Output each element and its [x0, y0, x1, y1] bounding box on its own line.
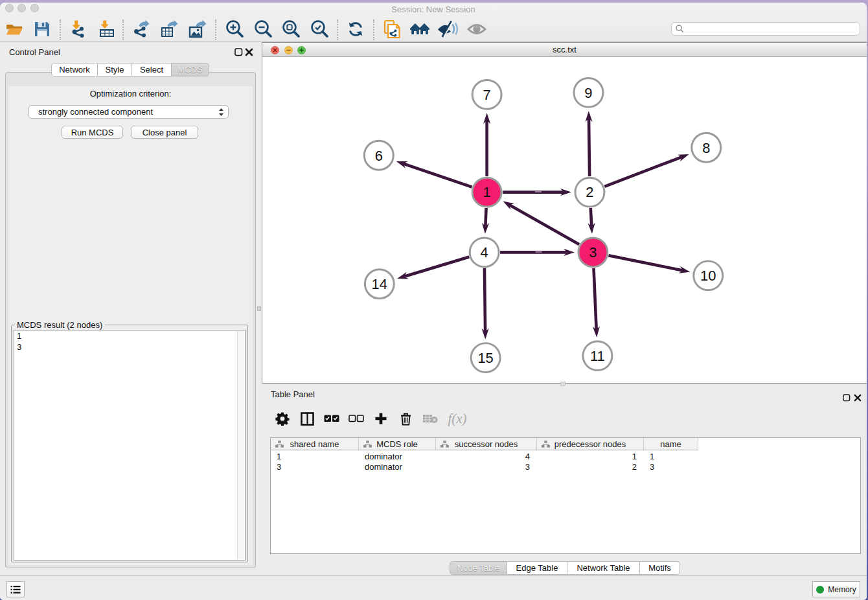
column-header-predecessor-nodes[interactable]: predecessor nodes	[537, 438, 644, 450]
export-table-button[interactable]	[158, 18, 180, 40]
export-table-icon	[159, 19, 179, 39]
fit-content-button[interactable]	[280, 18, 302, 40]
export-network-button[interactable]	[130, 18, 152, 40]
zoom-out-button[interactable]	[252, 18, 274, 40]
network-canvas[interactable]: 1234678910111415	[262, 57, 867, 383]
column-header-shared-name[interactable]: shared name	[271, 438, 359, 450]
graph-edge-4-3[interactable]	[500, 249, 575, 256]
refresh-button[interactable]	[345, 18, 367, 40]
splitter-grip[interactable]	[257, 306, 261, 311]
import-network-button[interactable]	[68, 18, 90, 40]
graph-node-8[interactable]: 8	[692, 133, 721, 162]
export-image-icon	[188, 19, 207, 39]
graph-edge-2-3[interactable]	[588, 208, 595, 234]
result-item[interactable]: 1	[14, 330, 245, 341]
memory-button[interactable]: Memory	[812, 581, 860, 597]
graph-edge-1-4[interactable]	[482, 208, 489, 234]
graph-node-3[interactable]: 3	[578, 238, 608, 267]
vertical-splitter[interactable]	[257, 42, 262, 575]
graph-edge-1-2[interactable]	[503, 189, 571, 196]
network-window-titlebar[interactable]: scc.txt	[262, 43, 867, 57]
table-cell[interactable]: 1	[271, 452, 359, 462]
import-table-button[interactable]	[96, 18, 118, 40]
table-cell[interactable]: 1	[644, 452, 698, 462]
delete-row-button[interactable]	[393, 410, 418, 428]
hide-selected-button[interactable]	[437, 18, 459, 40]
result-scrollbar[interactable]	[237, 331, 244, 559]
tab-node-table[interactable]: Node Table	[450, 561, 507, 575]
table-close-button[interactable]	[854, 394, 862, 402]
graph-node-11[interactable]: 11	[583, 341, 612, 371]
table-float-button[interactable]	[843, 394, 851, 402]
table-row-3[interactable]: 3dominator323	[271, 462, 698, 472]
graph-edge-1-6[interactable]	[396, 161, 472, 187]
column-label: MCDS role	[376, 439, 418, 449]
graph-node-1[interactable]: 1	[472, 178, 501, 207]
table-cell[interactable]: 3	[644, 462, 698, 472]
table-cell[interactable]: 3	[271, 462, 359, 472]
graph-edge-2-8[interactable]	[604, 154, 689, 187]
graph-edge-3-10[interactable]	[608, 255, 690, 273]
task-history-button[interactable]	[6, 581, 25, 597]
float-panel-button[interactable]	[234, 48, 243, 56]
unselect-all-button[interactable]	[344, 410, 369, 428]
close-panel-button[interactable]	[245, 48, 253, 56]
main-toolbar	[0, 18, 867, 42]
graph-edge-3-1[interactable]	[503, 202, 579, 245]
horizontal-splitter-grip[interactable]	[560, 382, 565, 386]
tab-motifs[interactable]: Motifs	[640, 561, 680, 575]
table-cell[interactable]: dominator	[359, 452, 436, 462]
tab-network[interactable]: Network	[51, 63, 98, 76]
export-image-button[interactable]	[187, 18, 209, 40]
close-panel-action-button[interactable]: Close panel	[131, 126, 198, 139]
tab-style[interactable]: Style	[98, 63, 132, 76]
table-panel: Table Panel	[262, 386, 867, 575]
table-cell[interactable]: 1	[537, 452, 644, 462]
open-session-button[interactable]	[3, 18, 25, 40]
result-item[interactable]: 3	[14, 341, 245, 352]
toolbar-separator	[373, 19, 374, 40]
optimization-criterion-select[interactable]: strongly connected component	[29, 105, 229, 119]
graph-edge-4-14[interactable]	[397, 257, 469, 279]
graph-node-4[interactable]: 4	[470, 238, 499, 267]
status-bar: Memory	[0, 575, 867, 600]
table-cell[interactable]: 2	[537, 462, 644, 472]
graph-node-10[interactable]: 10	[694, 261, 723, 290]
mcds-result-list[interactable]: 13	[14, 330, 246, 560]
select-all-button[interactable]	[319, 410, 344, 428]
tab-mcds[interactable]: MCDS	[172, 63, 209, 76]
table-row-1[interactable]: 1dominator411	[271, 452, 698, 462]
table-cell[interactable]: 4	[436, 452, 537, 462]
plus-icon	[374, 412, 387, 425]
graph-edge-3-11[interactable]	[593, 268, 600, 338]
first-neighbors-button[interactable]	[409, 18, 431, 40]
search-input[interactable]	[685, 25, 860, 34]
column-header-MCDS-role[interactable]: MCDS role	[359, 438, 436, 450]
column-header-successor-nodes[interactable]: successor nodes	[436, 438, 537, 450]
zoom-in-button[interactable]	[223, 18, 246, 40]
zoom-selected-button[interactable]	[308, 18, 330, 40]
show-columns-button[interactable]	[295, 410, 319, 428]
window-titlebar[interactable]: Session: New Session	[0, 3, 867, 18]
save-session-button[interactable]	[31, 18, 53, 40]
search-field[interactable]	[671, 22, 860, 36]
graph-node-15[interactable]: 15	[471, 343, 500, 373]
column-header-name[interactable]: name	[644, 438, 698, 450]
tab-select[interactable]: Select	[132, 63, 172, 76]
table-cell[interactable]: 3	[436, 462, 537, 472]
run-mcds-button[interactable]: Run MCDS	[62, 126, 123, 139]
table-settings-button[interactable]	[270, 410, 295, 428]
tab-edge-table[interactable]: Edge Table	[507, 561, 567, 575]
graph-node-14[interactable]: 14	[365, 270, 394, 299]
add-row-button[interactable]	[369, 410, 393, 428]
graph-node-9[interactable]: 9	[574, 78, 603, 107]
table-cell[interactable]: dominator	[359, 462, 436, 472]
graph-edge-2-9[interactable]	[585, 111, 592, 176]
graph-edge-1-7[interactable]	[483, 113, 490, 176]
graph-node-7[interactable]: 7	[472, 80, 501, 109]
graph-node-6[interactable]: 6	[364, 141, 393, 170]
graph-edge-4-15[interactable]	[481, 268, 488, 340]
tab-network-table[interactable]: Network Table	[567, 561, 640, 575]
graph-node-2[interactable]: 2	[575, 178, 604, 207]
new-network-from-selection-button[interactable]	[381, 18, 403, 40]
